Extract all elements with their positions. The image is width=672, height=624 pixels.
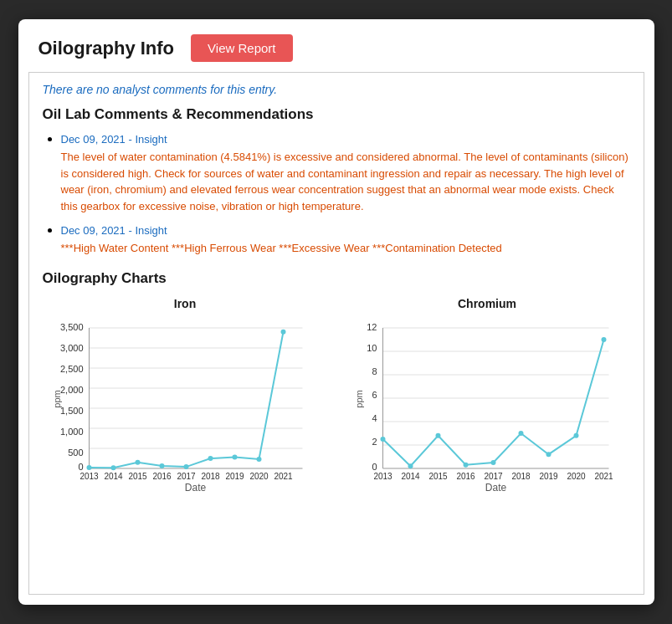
cr-x-2013: 2013 <box>373 472 392 481</box>
iron-chart-title: Iron <box>43 297 328 310</box>
cr-x-2020: 2020 <box>567 472 586 481</box>
chromium-chart-wrap: 12 10 8 6 4 2 0 ppm <box>345 315 630 483</box>
iron-point-2014 <box>110 465 115 470</box>
main-window: Oilography Info View Report There are no… <box>18 19 654 605</box>
iron-x-2013: 2013 <box>80 472 99 481</box>
cr-point-2020 <box>573 432 578 437</box>
iron-x-2021: 2021 <box>274 472 293 481</box>
iron-point-2017 <box>183 464 188 469</box>
iron-y-label-3000: 3,000 <box>59 343 83 353</box>
cr-point-2016 <box>463 462 468 467</box>
iron-x-2020: 2020 <box>249 472 269 481</box>
content-area[interactable]: There are no analyst comments for this e… <box>28 72 644 595</box>
iron-chart-svg: 3,500 3,000 2,500 2,000 1,500 1,000 500 … <box>43 315 328 483</box>
iron-x-2014: 2014 <box>104 472 123 481</box>
comment-text-1: The level of water contamination (4.5841… <box>61 151 628 212</box>
iron-chart-container: Iron 3,500 3,000 2,500 2,000 1,500 1,000… <box>43 297 328 483</box>
iron-ppm-label: ppm <box>51 390 61 407</box>
iron-point-2021 <box>280 329 285 334</box>
list-item: Dec 09, 2021 - Insight The level of wate… <box>61 131 630 214</box>
cr-point-2013 <box>380 437 385 442</box>
iron-x-2019: 2019 <box>225 472 244 481</box>
iron-x-2018: 2018 <box>201 472 220 481</box>
iron-chart-wrap: 3,500 3,000 2,500 2,000 1,500 1,000 500 … <box>43 315 328 483</box>
iron-point-2016 <box>159 463 164 468</box>
cr-point-2021 <box>601 337 606 342</box>
chromium-chart-title: Chromium <box>345 297 630 310</box>
header: Oilography Info View Report <box>18 19 654 72</box>
cr-x-2021: 2021 <box>594 472 613 481</box>
comment-date-1: Dec 09, 2021 - Insight <box>61 133 630 146</box>
iron-x-2016: 2016 <box>152 472 172 481</box>
cr-y-8: 8 <box>372 366 377 376</box>
cr-x-2015: 2015 <box>428 472 448 481</box>
cr-x-axis-title: Date <box>485 482 506 494</box>
iron-x-2015: 2015 <box>128 472 147 481</box>
cr-point-2019 <box>546 452 551 457</box>
comment-text-2: ***High Water Content ***High Ferrous We… <box>61 242 502 254</box>
cr-ppm-label: ppm <box>353 390 363 407</box>
cr-data-line <box>382 340 603 466</box>
view-report-button[interactable]: View Report <box>191 34 292 62</box>
cr-point-2014 <box>408 463 413 468</box>
cr-point-2017 <box>490 460 495 465</box>
comments-list: Dec 09, 2021 - Insight The level of wate… <box>43 131 630 257</box>
charts-row: Iron 3,500 3,000 2,500 2,000 1,500 1,000… <box>43 297 630 491</box>
iron-x-2017: 2017 <box>177 472 196 481</box>
iron-y-label-3500: 3,500 <box>59 322 83 332</box>
cr-point-2018 <box>518 431 523 436</box>
chromium-chart-container: Chromium 12 10 8 6 4 2 0 ppm <box>345 297 630 483</box>
cr-y-0: 0 <box>372 462 377 472</box>
cr-x-2019: 2019 <box>539 472 558 481</box>
iron-y-label-2500: 2,500 <box>59 364 83 374</box>
iron-y-label-2000: 2,000 <box>59 385 83 395</box>
analyst-comment: There are no analyst comments for this e… <box>43 83 630 96</box>
iron-y-label-1500: 1,500 <box>59 406 83 416</box>
cr-x-2018: 2018 <box>511 472 531 481</box>
iron-point-2019 <box>232 454 237 459</box>
chromium-chart-svg: 12 10 8 6 4 2 0 ppm <box>345 315 630 483</box>
charts-section-title: Oilography Charts <box>43 270 630 287</box>
cr-x-2014: 2014 <box>401 472 420 481</box>
page-title: Oilography Info <box>38 38 175 59</box>
iron-y-label-0: 0 <box>78 462 83 472</box>
iron-x-axis-title: Date <box>184 482 206 494</box>
oil-lab-section-title: Oil Lab Comments & Recommendations <box>43 106 630 123</box>
comment-date-2: Dec 09, 2021 - Insight <box>61 224 630 237</box>
iron-y-label-500: 500 <box>68 448 83 458</box>
cr-x-2017: 2017 <box>484 472 503 481</box>
cr-y-10: 10 <box>367 343 377 353</box>
cr-point-2015 <box>435 432 440 437</box>
iron-data-line <box>89 331 283 468</box>
list-item: Dec 09, 2021 - Insight ***High Water Con… <box>61 222 630 257</box>
cr-y-6: 6 <box>372 390 377 400</box>
iron-point-2018 <box>208 456 213 461</box>
iron-y-label-1000: 1,000 <box>59 427 83 437</box>
iron-point-2015 <box>135 459 140 464</box>
iron-point-2020 <box>256 457 261 462</box>
cr-y-4: 4 <box>372 413 377 423</box>
cr-y-12: 12 <box>367 322 377 332</box>
iron-point-2013 <box>86 465 91 470</box>
cr-x-2016: 2016 <box>456 472 475 481</box>
cr-y-2: 2 <box>372 437 377 447</box>
